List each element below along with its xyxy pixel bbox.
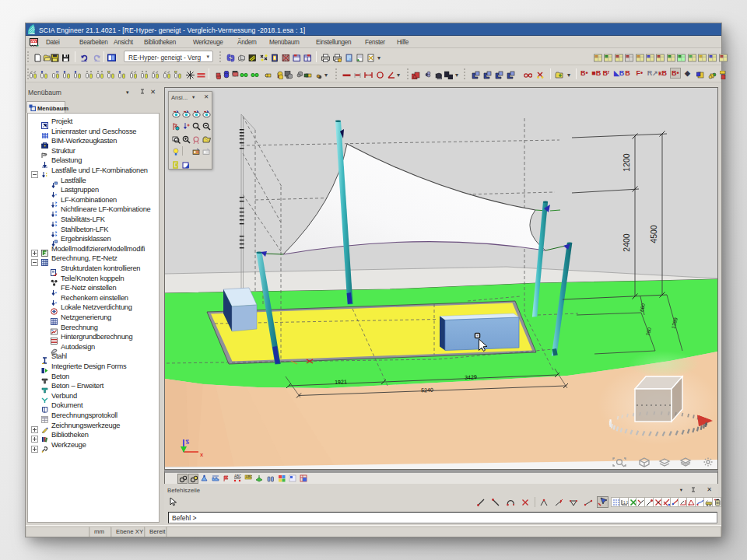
svg-text:1200: 1200 (622, 153, 631, 172)
svg-text:4500: 4500 (649, 225, 658, 243)
svg-text:1921: 1921 (335, 379, 347, 385)
svg-text:5240: 5240 (421, 387, 433, 394)
svg-text:2400: 2400 (622, 233, 631, 252)
svg-text:ABC: ABC (246, 475, 253, 479)
svg-text:ABC: ABC (234, 474, 241, 478)
svg-text:3429: 3429 (465, 374, 477, 380)
